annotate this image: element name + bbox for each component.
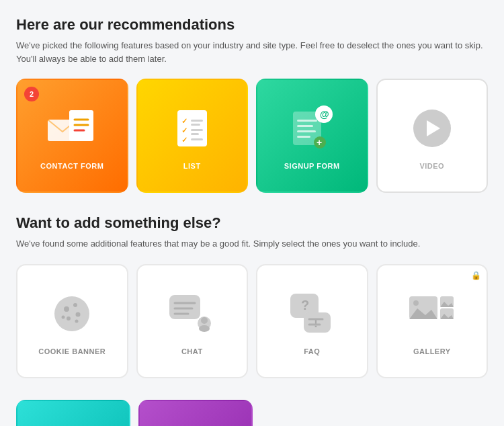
card-contact-form[interactable]: 2 CONTACT FORM xyxy=(16,79,128,193)
faq-icon: ? ! xyxy=(285,288,339,339)
svg-rect-11 xyxy=(191,133,199,135)
play-circle xyxy=(413,110,451,147)
testimonial-icon-area: ★★★★★ xyxy=(169,423,222,427)
recommendations-description: We've picked the following features base… xyxy=(16,39,488,65)
recommendations-title: Here are our recommendations xyxy=(16,16,488,34)
gallery-icon xyxy=(408,294,456,334)
svg-point-26 xyxy=(76,312,81,316)
chat-label: CHAT xyxy=(181,347,203,355)
video-label: VIDEO xyxy=(419,162,444,170)
cookie-icon-area xyxy=(45,287,99,341)
faq-icon-area: ? ! xyxy=(285,287,339,341)
video-icon-area xyxy=(405,101,459,155)
card-faq[interactable]: ? ! FAQ xyxy=(256,264,368,378)
svg-text:✓: ✓ xyxy=(181,117,187,125)
svg-point-23 xyxy=(54,296,89,331)
cookie-banner-label: COOKIE BANNER xyxy=(38,347,106,355)
card-list[interactable]: ✓ ✓ ✓ LIST xyxy=(136,79,249,193)
svg-text:✓: ✓ xyxy=(181,136,187,144)
svg-text:?: ? xyxy=(301,298,309,312)
svg-rect-10 xyxy=(191,129,203,131)
additional-title: Want to add something else? xyxy=(16,214,488,232)
svg-rect-8 xyxy=(191,124,200,126)
gallery-lock: 🔒 xyxy=(471,271,481,280)
svg-rect-7 xyxy=(191,120,203,122)
card-pricing-table[interactable]: PRICING TABLE xyxy=(16,400,130,427)
contact-form-label: CONTACT FORM xyxy=(40,162,103,170)
chat-icon xyxy=(165,288,219,339)
additional-description: We've found some additional features tha… xyxy=(16,237,488,251)
contact-badge: 2 xyxy=(24,87,39,101)
list-label: LIST xyxy=(183,162,201,170)
card-signup-form[interactable]: @ + SIGNUP FORM xyxy=(256,79,368,193)
card-video[interactable]: VIDEO xyxy=(376,79,489,193)
list-icon: ✓ ✓ ✓ xyxy=(172,105,212,152)
svg-point-36 xyxy=(199,325,210,332)
svg-point-28 xyxy=(75,319,79,323)
cookie-icon xyxy=(48,290,95,337)
svg-point-45 xyxy=(413,300,419,306)
svg-rect-17 xyxy=(297,130,316,132)
svg-rect-30 xyxy=(169,295,200,319)
additional-cards-row1: COOKIE BANNER CHAT ? xyxy=(16,264,488,378)
gallery-label: GALLERY xyxy=(413,347,451,355)
card-testimonial[interactable]: ★★★★★ TESTIMONIAL xyxy=(138,400,253,427)
contact-form-icon xyxy=(45,105,99,152)
svg-point-35 xyxy=(201,317,208,324)
signup-icon-area: @ + xyxy=(285,101,339,155)
svg-point-29 xyxy=(62,315,65,318)
svg-rect-15 xyxy=(297,120,317,122)
svg-rect-16 xyxy=(297,125,313,127)
svg-point-24 xyxy=(64,306,69,312)
svg-text:+: + xyxy=(317,137,322,148)
svg-rect-13 xyxy=(191,138,203,140)
pricing-icon-area xyxy=(46,423,100,427)
recommendations-cards: 2 CONTACT FORM ✓ ✓ xyxy=(16,79,488,193)
signup-form-label: SIGNUP FORM xyxy=(284,162,340,170)
svg-point-25 xyxy=(73,303,77,307)
card-cookie-banner[interactable]: COOKIE BANNER xyxy=(16,264,128,378)
chat-icon-area xyxy=(165,287,219,341)
card-chat[interactable]: CHAT xyxy=(136,264,249,378)
svg-point-27 xyxy=(67,316,71,321)
gallery-icon-area xyxy=(405,287,459,341)
contact-icon-area xyxy=(45,101,99,155)
play-triangle xyxy=(427,120,440,136)
list-icon-area: ✓ ✓ ✓ xyxy=(165,101,219,155)
additional-cards-row2: PRICING TABLE ★★★★★ TESTIMONIAL xyxy=(16,400,488,427)
faq-label: FAQ xyxy=(304,347,320,355)
svg-rect-18 xyxy=(297,136,310,138)
svg-text:@: @ xyxy=(320,109,329,120)
card-gallery[interactable]: 🔒 GALLERY xyxy=(376,264,489,378)
svg-text:✓: ✓ xyxy=(181,126,187,134)
signup-form-icon: @ + xyxy=(285,103,339,153)
